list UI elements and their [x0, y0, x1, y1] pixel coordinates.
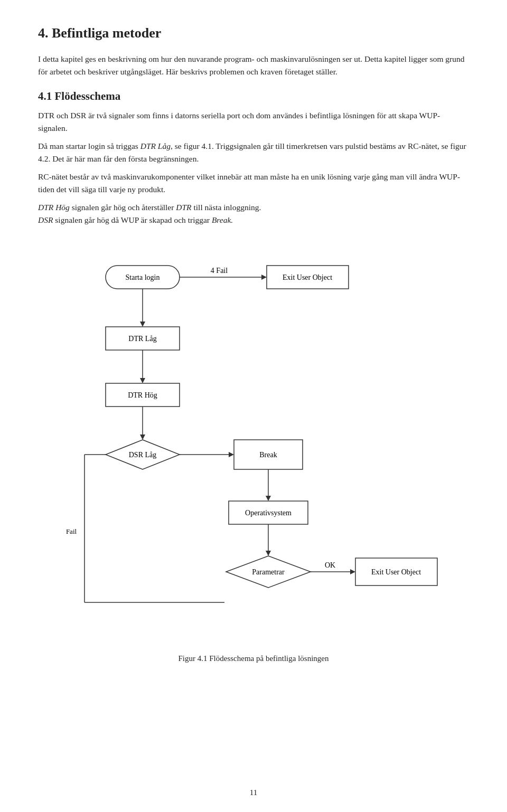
parametrar-label: Parametrar: [252, 568, 285, 576]
page-number: 11: [250, 788, 257, 797]
flowchart-diagram: Starta login 4 Fail Exit User Object DTR…: [55, 243, 452, 645]
dtr-hog-label: DTR Hög: [128, 391, 157, 399]
break-label: Break: [259, 451, 277, 459]
svg-marker-23: [350, 569, 355, 574]
svg-marker-8: [140, 378, 145, 383]
starta-login-label: Starta login: [126, 273, 160, 281]
exit-user-2-label: Exit User Object: [371, 568, 421, 576]
section-para-3: RC-nätet består av två maskinvarukompone…: [38, 171, 469, 196]
section-title: 4.1 Flödesschema: [38, 90, 469, 103]
section-para-1: DTR och DSR är två signaler som finns i …: [38, 109, 469, 135]
svg-marker-11: [140, 435, 145, 440]
exit-user-1-label: Exit User Object: [283, 273, 332, 281]
section-para-2: Då man startar login så triggas DTR Låg,…: [38, 140, 469, 165]
operativsystem-label: Operativsystem: [245, 509, 292, 517]
chapter-title: 4. Befintliga metoder: [38, 25, 469, 41]
dsr-lag-label: DSR Låg: [129, 451, 157, 459]
figure-caption: Figur 4.1 Flödesschema på befintliga lös…: [38, 654, 469, 663]
intro-paragraph-1: I detta kapitel ges en beskrivning om hu…: [38, 53, 469, 78]
ok-label: OK: [325, 561, 335, 569]
section-para-4: DTR Hög signalen går hög och återställer…: [38, 201, 469, 226]
fail-label-top: 4 Fail: [211, 267, 228, 275]
svg-marker-17: [266, 496, 271, 501]
svg-marker-20: [266, 551, 271, 556]
fail-label-left: Fail: [66, 527, 77, 535]
dtr-lag-label: DTR Låg: [128, 335, 156, 343]
svg-marker-14: [229, 452, 234, 457]
svg-marker-5: [140, 322, 145, 327]
svg-marker-2: [261, 275, 267, 280]
